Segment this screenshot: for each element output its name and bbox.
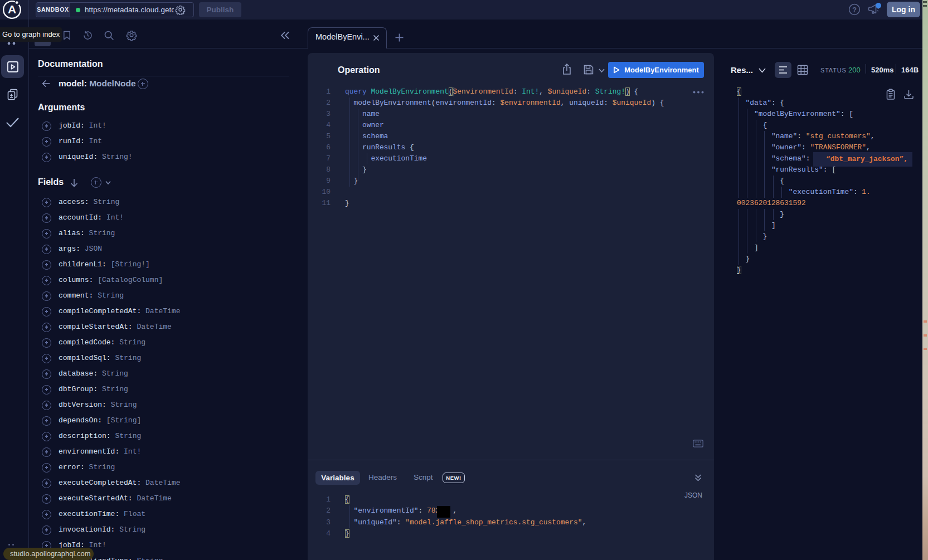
svg-text:?: ? xyxy=(852,6,857,14)
svg-text:A: A xyxy=(8,3,16,16)
